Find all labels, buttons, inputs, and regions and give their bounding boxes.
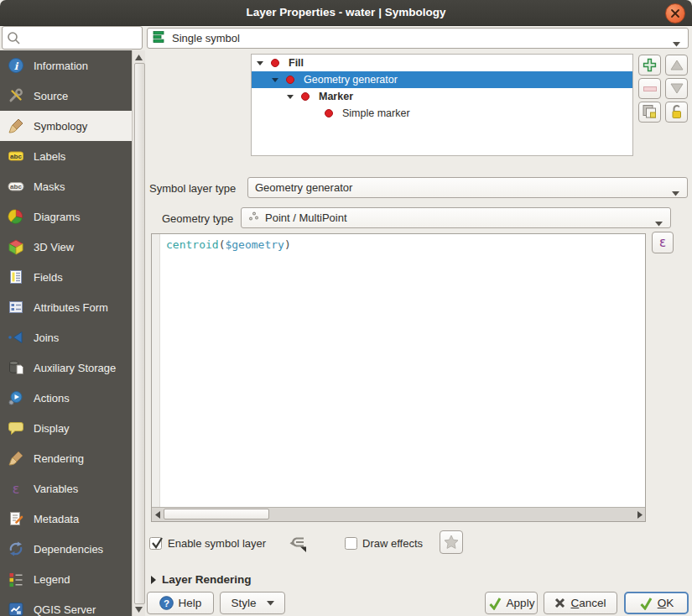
sidebar-item-actions[interactable]: Actions [0,383,132,413]
enable-symbol-layer-checkbox[interactable] [149,537,162,550]
sidebar-item-rendering[interactable]: Rendering [0,443,132,473]
sidebar-item-attributes-form[interactable]: Attributes Form [0,292,132,322]
sidebar-item-fields[interactable]: Fields [0,262,132,292]
sidebar-item-auxiliary-storage[interactable]: Auxiliary Storage [0,352,132,383]
effects-options-button[interactable] [440,530,463,554]
point-multipoint-icon [247,210,260,226]
move-up-button[interactable] [665,55,688,76]
tree-item-simple-marker[interactable]: Simple marker [252,105,632,122]
sidebar-item-variables[interactable]: ε Variables [0,473,132,504]
masks-icon: abc [8,178,24,195]
data-defined-icon [289,533,309,553]
sidebar-item-joins[interactable]: Joins [0,322,132,352]
sidebar-item-label: Diagrams [34,211,81,223]
symbol-layer-type-value: Geometry generator [255,181,352,194]
3d-view-icon [8,238,24,255]
symbology-icon [8,117,24,134]
data-defined-override-button[interactable] [289,533,309,553]
sidebar-item-qgis-server[interactable]: QGIS Server [0,594,132,616]
duplicate-symbol-layer-button[interactable] [638,102,661,123]
sidebar-item-source[interactable]: Source [0,81,132,111]
svg-text:abc: abc [10,153,22,160]
scroll-right-icon[interactable] [634,509,645,520]
sidebar-item-label: Actions [34,392,70,405]
enable-symbol-layer-label: Enable symbol layer [168,537,266,550]
expression-builder-button[interactable]: ε [652,232,674,253]
duplicate-icon [642,104,658,120]
layer-rendering-section[interactable]: Layer Rendering [151,573,252,586]
close-button[interactable] [665,3,685,23]
editor-margin [152,234,160,508]
symbol-preview-dot-icon [286,76,294,84]
renderer-type-value: Single symbol [172,32,240,44]
apply-button[interactable]: Apply [485,592,538,614]
add-symbol-layer-button[interactable] [638,55,661,76]
layer-rendering-label: Layer Rendering [162,573,252,586]
geometry-type-value: Point / MultiPoint [265,211,347,224]
collapsed-triangle-icon [151,576,156,584]
remove-symbol-layer-button[interactable] [638,78,661,99]
close-icon [669,8,681,19]
x-icon [554,598,565,608]
expand-triangle-icon[interactable] [257,61,263,65]
sidebar-item-masks[interactable]: abc Masks [0,171,132,201]
sidebar-item-symbology[interactable]: Symbology [0,111,132,141]
scroll-up-icon[interactable] [133,51,144,63]
sidebar-item-label: Fields [34,271,63,284]
cancel-button[interactable]: Cancel [544,592,617,614]
draw-effects-checkbox[interactable] [345,537,357,550]
qgis-server-icon [8,601,24,616]
symbol-layer-type-combo[interactable]: Geometry generator [247,177,688,198]
sidebar-scrollbar-thumb[interactable] [134,63,145,604]
sidebar-item-display[interactable]: Display [0,413,132,443]
sidebar-item-label: Variables [34,483,78,495]
sidebar-item-label: Auxiliary Storage [34,362,116,374]
expression-editor[interactable]: centroid($geometry) [151,233,646,522]
help-button[interactable]: ? Help [147,592,214,614]
sidebar: i Information Source Symbology abc Label… [0,50,132,616]
sidebar-item-legend[interactable]: Legend [0,564,132,594]
sidebar-item-information[interactable]: i Information [0,50,132,81]
sidebar-scrollbar[interactable] [132,50,145,616]
editor-scrollbar-thumb[interactable] [164,509,269,519]
sidebar-item-3d-view[interactable]: 3D View [0,232,132,262]
tree-item-label: Marker [319,91,353,102]
renderer-type-combo[interactable]: Single symbol [147,28,689,49]
titlebar[interactable]: Layer Properties - water | Symbology [0,0,692,26]
sidebar-item-label: Symbology [34,120,87,133]
scroll-left-icon[interactable] [152,509,163,520]
sidebar-item-label: Labels [34,150,65,163]
display-icon [8,420,24,436]
ok-button[interactable]: OK [624,592,689,614]
tree-item-fill[interactable]: Fill [252,55,632,71]
chevron-down-icon [655,217,663,229]
svg-text:abc: abc [10,183,22,191]
tree-item-label: Fill [289,57,304,69]
symbol-preview-dot-icon [301,92,310,101]
information-icon: i [8,57,24,74]
tree-item-geometry-generator[interactable]: Geometry generator [252,71,632,88]
tree-item-marker[interactable]: Marker [252,88,632,105]
lock-symbol-layer-button[interactable] [665,102,688,123]
editor-horizontal-scrollbar[interactable] [152,507,645,521]
expand-triangle-icon[interactable] [287,95,294,99]
sidebar-item-diagrams[interactable]: Diagrams [0,201,132,232]
sidebar-item-label: Metadata [34,513,79,525]
sidebar-item-dependencies[interactable]: Dependencies [0,534,132,564]
attributes-form-icon [8,299,24,316]
sidebar-item-labels[interactable]: abc Labels [0,141,132,171]
search-icon [6,29,21,46]
epsilon-icon: ε [659,235,666,250]
expression-code[interactable]: centroid($geometry) [166,238,291,251]
expand-triangle-icon[interactable] [272,78,278,82]
sidebar-item-metadata[interactable]: Metadata [0,504,132,534]
search-input[interactable] [23,28,140,48]
geometry-type-combo[interactable]: Point / MultiPoint [241,207,671,228]
style-button[interactable]: Style [220,592,285,614]
move-down-button[interactable] [665,78,688,99]
legend-icon [8,571,24,587]
scroll-down-icon[interactable] [133,603,144,615]
svg-text:?: ? [164,598,169,608]
star-icon [443,534,460,551]
sidebar-item-label: Legend [34,573,70,586]
